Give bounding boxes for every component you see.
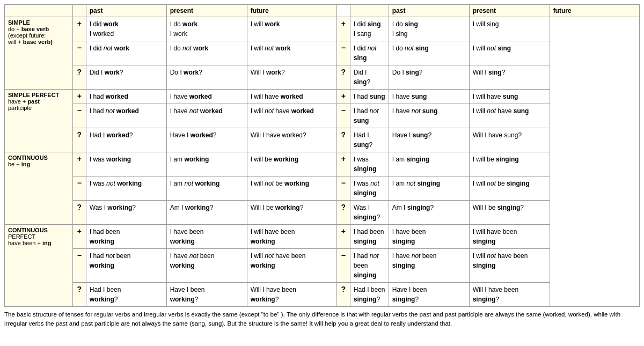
sign2-2-2: ? xyxy=(336,201,350,225)
sing_future-2-0: I will be singing xyxy=(469,152,550,176)
sign2-0-0: + xyxy=(336,17,350,41)
work_present-1-2: Have I worked? xyxy=(166,128,247,152)
sign2-1-2: ? xyxy=(336,128,350,152)
sing_future-1-0: I will have sung xyxy=(469,90,550,104)
divider xyxy=(336,5,350,17)
work_present-3-0: I have beenworking xyxy=(166,225,247,249)
sing_past-1-2: Had I sung? xyxy=(350,128,389,152)
sing_present-0-0: I do singI sing xyxy=(389,17,469,41)
work_present-3-1: I have not beenworking xyxy=(166,249,247,283)
sing_future-3-1: I will not have beensinging xyxy=(469,249,550,283)
sign-0-1: − xyxy=(72,41,86,65)
work_present-3-2: Have I beenworking? xyxy=(166,283,247,307)
sing_future-1-2: Will I have sung? xyxy=(469,128,550,152)
sign-0-0: + xyxy=(72,17,86,41)
sign-1-2: ? xyxy=(72,128,86,152)
sing_past-1-1: I had not sung xyxy=(350,104,389,128)
sing_present-2-1: I am not singing xyxy=(389,176,469,201)
work_future-3-2: Will I have beenworking? xyxy=(247,283,336,307)
category-1: SIMPLE PERFECThave + pastparticiple xyxy=(5,90,73,152)
sing_past-2-0: I was singing xyxy=(350,152,389,176)
work_past-0-0: I did workI worked xyxy=(86,17,166,41)
sign-3-1: − xyxy=(72,249,86,283)
sing_present-1-2: Have I sung? xyxy=(389,128,469,152)
sing_present-0-2: Do I sing? xyxy=(389,65,469,90)
category-3: CONTINUOUSPERFECThave been + ing xyxy=(5,225,73,307)
work_present-2-2: Am I working? xyxy=(166,201,247,225)
work_past-0-1: I did not work xyxy=(86,41,166,65)
work_past-2-0: I was working xyxy=(86,152,166,176)
header-sign2 xyxy=(350,5,389,17)
sign2-2-1: − xyxy=(336,176,350,201)
sing_present-2-0: I am singing xyxy=(389,152,469,176)
sing_past-3-1: I had not beensinging xyxy=(350,249,389,283)
work_present-1-0: I have worked xyxy=(166,90,247,104)
sign-3-2: ? xyxy=(72,283,86,307)
sign-1-1: − xyxy=(72,104,86,128)
header-present-sing: present xyxy=(469,5,550,17)
footer-note: The basic structure of tenses for regula… xyxy=(4,310,640,329)
work_future-1-0: I will have worked xyxy=(247,90,336,104)
sign2-0-2: ? xyxy=(336,65,350,90)
work_future-2-1: I will not be working xyxy=(247,176,336,201)
work_future-2-2: Will I be working? xyxy=(247,201,336,225)
work_future-0-1: I will not work xyxy=(247,41,336,65)
work_past-3-0: I had beenworking xyxy=(86,225,166,249)
sing_past-0-1: I did not sing xyxy=(350,41,389,65)
sing_past-2-1: I was not singing xyxy=(350,176,389,201)
sing_future-0-0: I will sing xyxy=(469,17,550,41)
sign-2-0: + xyxy=(72,152,86,176)
work_past-0-2: Did I work? xyxy=(86,65,166,90)
sing_past-0-0: I did singI sang xyxy=(350,17,389,41)
sing_present-1-1: I have not sung xyxy=(389,104,469,128)
work_present-0-2: Do I work? xyxy=(166,65,247,90)
work_past-1-0: I had worked xyxy=(86,90,166,104)
sing_present-3-0: I have beensinging xyxy=(389,225,469,249)
sing_future-3-2: Will I have beensinging? xyxy=(469,283,550,307)
sing_present-3-2: Have I beensinging? xyxy=(389,283,469,307)
sing_past-2-2: Was I singing? xyxy=(350,201,389,225)
sign-3-0: + xyxy=(72,225,86,249)
category-0: SIMPLEdo + base verb(except future:will … xyxy=(5,17,73,90)
work_present-1-1: I have not worked xyxy=(166,104,247,128)
header-present-work: present xyxy=(166,5,247,17)
header-future-sing: future xyxy=(550,5,639,17)
sing_past-3-0: I had beensinging xyxy=(350,225,389,249)
sign-1-0: + xyxy=(72,90,86,104)
sing_future-0-1: I will not sing xyxy=(469,41,550,65)
work_future-2-0: I will be working xyxy=(247,152,336,176)
sing_future-3-0: I will have beensinging xyxy=(469,225,550,249)
work_past-1-1: I had not worked xyxy=(86,104,166,128)
sign2-1-1: − xyxy=(336,104,350,128)
work_future-0-2: Will I work? xyxy=(247,65,336,90)
sing_past-1-0: I had sung xyxy=(350,90,389,104)
work_past-2-1: I was not working xyxy=(86,176,166,201)
sign2-2-0: + xyxy=(336,152,350,176)
sing_future-1-1: I will not have sung xyxy=(469,104,550,128)
work_present-0-0: I do workI work xyxy=(166,17,247,41)
sing_past-3-2: Had I beensinging? xyxy=(350,283,389,307)
sign2-1-0: + xyxy=(336,90,350,104)
sing_present-3-1: I have not beensinging xyxy=(389,249,469,283)
work_present-0-1: I do not work xyxy=(166,41,247,65)
sign-0-2: ? xyxy=(72,65,86,90)
work_past-1-2: Had I worked? xyxy=(86,128,166,152)
work_present-2-0: I am working xyxy=(166,152,247,176)
sing_present-1-0: I have sung xyxy=(389,90,469,104)
header-past-sing: past xyxy=(389,5,469,17)
category-2: CONTINUOUSbe + ing xyxy=(5,152,73,225)
sing_present-0-1: I do not sing xyxy=(389,41,469,65)
sign2-0-1: − xyxy=(336,41,350,65)
sing_future-2-1: I will not be singing xyxy=(469,176,550,201)
header-sign xyxy=(72,5,86,17)
header-past-work: past xyxy=(86,5,166,17)
header-future-work: future xyxy=(247,5,336,17)
sign-2-1: − xyxy=(72,176,86,201)
work_past-3-2: Had I beenworking? xyxy=(86,283,166,307)
work_future-0-0: I will work xyxy=(247,17,336,41)
sign2-3-1: − xyxy=(336,249,350,283)
work_future-1-2: Will I have worked? xyxy=(247,128,336,152)
tense-table: past present future past present future … xyxy=(4,4,640,307)
work_past-2-2: Was I working? xyxy=(86,201,166,225)
sing_present-2-2: Am I singing? xyxy=(389,201,469,225)
